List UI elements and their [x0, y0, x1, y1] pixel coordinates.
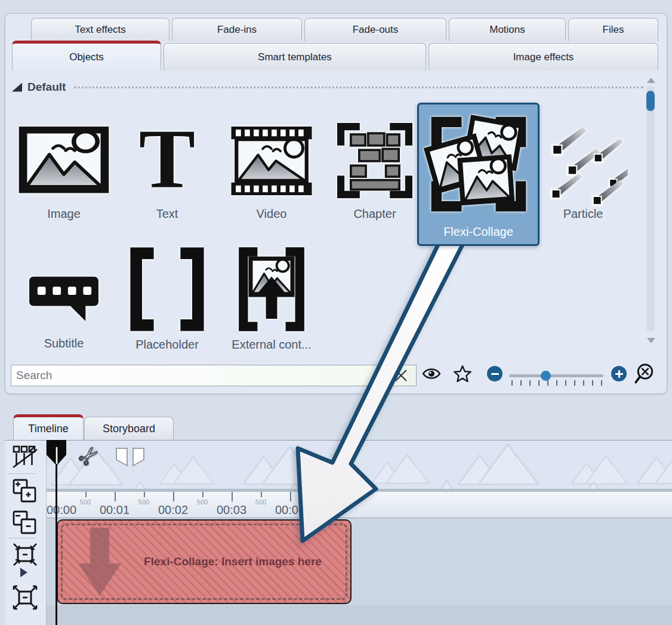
plus-icon-vertical	[618, 370, 620, 378]
squares-minus-icon	[12, 510, 37, 535]
scrollbar-up-arrow[interactable]	[647, 78, 655, 83]
search-input[interactable]	[11, 365, 386, 386]
tab-label: Files	[603, 24, 624, 36]
zoom-in-button[interactable]	[611, 366, 627, 381]
ruler-tick-minor	[261, 492, 262, 497]
playhead[interactable]	[47, 440, 67, 469]
playhead-flag-icon	[47, 440, 67, 466]
scrollbar-thumb[interactable]	[646, 91, 655, 111]
dropdown-triangle-icon[interactable]	[20, 568, 27, 577]
tab-fade-outs[interactable]: Fade-outs	[304, 18, 446, 41]
tab-timeline[interactable]: Timeline	[13, 414, 84, 441]
magnifier-x-icon	[634, 363, 656, 386]
object-tile-placeholder[interactable]: Placeholder	[119, 246, 215, 352]
zoom-out-button[interactable]	[487, 366, 503, 381]
tab-label: Timeline	[28, 423, 68, 435]
timeline-ruler[interactable]: 500 500 500 500 00:00 00:01 00:02 00:03 …	[47, 492, 672, 518]
text-icon: T	[131, 119, 203, 202]
section-divider	[74, 87, 643, 88]
svg-text:T: T	[139, 121, 195, 201]
ruler-tick-minor	[319, 492, 320, 497]
ruler-tick-major	[290, 492, 291, 501]
section-title: Default	[27, 81, 66, 94]
subtitle-icon	[26, 254, 102, 331]
squares-plus-icon	[12, 478, 37, 503]
particle-icon	[538, 119, 628, 202]
tab-label: Smart templates	[258, 51, 332, 63]
tab-label: Image effects	[513, 51, 574, 63]
object-tile-chapter[interactable]: Chapter	[327, 119, 423, 221]
ruler-tick-major	[349, 492, 350, 501]
ruler-tick-minor	[85, 492, 87, 497]
ruler-tick-minor	[144, 492, 145, 497]
object-tile-label: Flexi-Collage	[443, 225, 513, 239]
object-tile-particle[interactable]: Particle	[535, 119, 631, 221]
image-icon	[19, 119, 109, 202]
slider-thumb[interactable]	[541, 371, 551, 381]
tab-label: Fade-ins	[217, 24, 257, 36]
frame-arrows-in-button[interactable]	[12, 542, 38, 569]
ruler-second-label: 00:01	[94, 503, 135, 517]
flexi-collage-icon	[423, 104, 534, 224]
squares-plus-button[interactable]	[12, 478, 37, 506]
tab-storyboard[interactable]: Storyboard	[84, 417, 174, 441]
object-tile-label: Text	[156, 207, 178, 221]
tab-image-effects[interactable]: Image effects	[429, 43, 658, 70]
object-tile-label: Chapter	[353, 207, 396, 221]
dropzone-label: Flexi-Collage: Insert images here	[58, 521, 350, 603]
star-icon	[452, 364, 473, 384]
tab-smart-templates[interactable]: Smart templates	[164, 43, 426, 70]
ruler-second-label: 00:00	[47, 503, 88, 517]
clear-search-button[interactable]	[386, 365, 417, 386]
collapse-triangle-icon[interactable]	[12, 83, 22, 92]
object-tile-label: Video	[257, 207, 287, 221]
tab-files[interactable]: Files	[568, 18, 658, 41]
clear-search-icon	[393, 368, 409, 383]
object-tile-flexi-collage[interactable]: Flexi-Collage	[417, 103, 540, 246]
toolbar-separator	[8, 538, 36, 538]
object-tile-label: Placeholder	[135, 338, 199, 352]
tab-motions[interactable]: Motions	[449, 18, 566, 41]
tab-fade-ins[interactable]: Fade-ins	[172, 18, 302, 41]
cut-button[interactable]: ✂	[79, 444, 99, 468]
flexi-collage-dropzone[interactable]: Flexi-Collage: Insert images here	[57, 519, 352, 604]
external-content-icon	[236, 246, 307, 332]
frame-arrows-in-icon	[12, 542, 38, 567]
tab-text-effects[interactable]: Text effects	[31, 18, 169, 41]
eye-icon	[421, 367, 442, 381]
frame-arrows-out-button[interactable]	[12, 585, 38, 612]
minus-icon	[491, 373, 499, 375]
toolbar-separator	[8, 473, 36, 474]
tab-label: Storyboard	[103, 423, 155, 435]
object-tile-video[interactable]: Video	[224, 119, 319, 221]
placeholder-icon	[125, 246, 209, 332]
tab-label: Motions	[489, 24, 525, 36]
object-tile-image[interactable]: Image	[16, 119, 112, 221]
ruler-second-label: 00:04	[269, 503, 311, 517]
tracks-slash-button[interactable]	[12, 445, 38, 472]
zoom-reset-button[interactable]	[634, 363, 656, 388]
visibility-toggle-button[interactable]	[421, 367, 442, 383]
thumbnail-size-slider[interactable]	[509, 374, 603, 377]
favorites-button[interactable]	[452, 364, 473, 387]
slider-ticks	[511, 380, 602, 386]
section-header-default[interactable]: Default	[12, 79, 643, 95]
chapter-icon	[333, 119, 417, 202]
squares-minus-button[interactable]	[12, 510, 37, 537]
object-tile-external-content[interactable]: External cont...	[224, 246, 319, 352]
ruler-tick-major	[173, 492, 174, 501]
object-tile-text[interactable]: T Text	[119, 119, 215, 221]
tab-label: Text effects	[75, 24, 126, 36]
object-tile-subtitle[interactable]: Subtitle	[16, 254, 112, 350]
timeline-below-area	[47, 605, 672, 625]
object-tile-label: Image	[47, 207, 81, 221]
object-tile-label: External cont...	[232, 338, 311, 352]
scrollbar-track[interactable]	[646, 86, 655, 332]
object-tile-label: Particle	[563, 207, 603, 221]
ruler-tick-major	[115, 492, 116, 501]
split-button[interactable]	[116, 448, 144, 470]
split-icon	[116, 448, 144, 468]
scrollbar-down-arrow[interactable]	[647, 338, 655, 343]
tab-objects[interactable]: Objects	[12, 41, 161, 70]
ruler-tick-major	[232, 492, 233, 501]
